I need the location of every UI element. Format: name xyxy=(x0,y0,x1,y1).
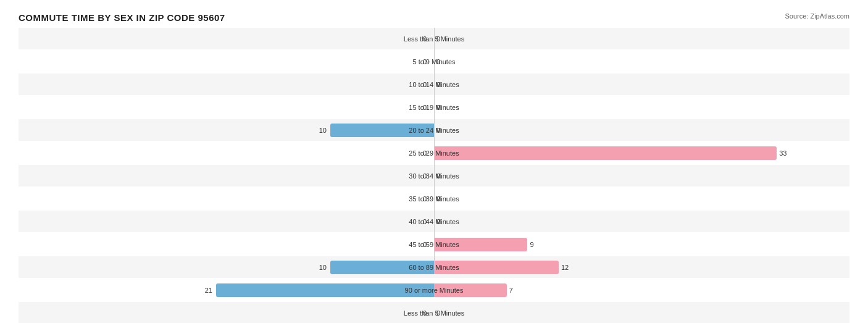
right-value: 0 xyxy=(436,81,440,88)
left-value: 0 xyxy=(423,35,427,43)
bar-female xyxy=(434,146,777,160)
left-value: 21 xyxy=(205,287,212,294)
axis-line xyxy=(434,28,435,269)
left-value: 0 xyxy=(423,81,427,88)
bar-male xyxy=(330,124,434,137)
right-value: 0 xyxy=(436,195,440,203)
bar-male xyxy=(330,261,434,274)
right-value: 0 xyxy=(436,172,440,180)
right-value: 0 xyxy=(436,127,440,134)
right-value: 7 xyxy=(509,287,513,294)
right-value: 0 xyxy=(436,309,440,317)
left-value: 0 xyxy=(423,241,427,248)
table-row: Less than 5 Minutes00 xyxy=(19,302,849,323)
table-row: 90 or more Minutes217 xyxy=(19,279,849,301)
left-value: 10 xyxy=(319,127,327,134)
left-value: 0 xyxy=(423,172,427,180)
right-value: 0 xyxy=(436,104,440,111)
bar-female xyxy=(434,283,507,297)
left-value: 0 xyxy=(423,309,427,317)
row-label: Less than 5 Minutes xyxy=(404,309,464,317)
right-value: 0 xyxy=(436,35,440,43)
bar-male xyxy=(216,283,434,297)
chart-title: COMMUTE TIME BY SEX IN ZIP CODE 95607 xyxy=(19,12,849,23)
source-label: Source: ZipAtlas.com xyxy=(785,12,849,20)
bar-female xyxy=(434,261,559,274)
left-value: 0 xyxy=(423,149,427,157)
left-value: 0 xyxy=(423,218,427,225)
right-value: 0 xyxy=(436,218,440,225)
left-value: 0 xyxy=(423,58,427,65)
left-value: 0 xyxy=(423,195,427,203)
left-value: 10 xyxy=(319,264,327,271)
chart-area: Less than 5 Minutes005 to 9 Minutes0010 … xyxy=(19,28,849,269)
right-value: 12 xyxy=(561,264,569,271)
right-value: 33 xyxy=(779,149,787,157)
right-value: 9 xyxy=(530,241,533,248)
chart-container: COMMUTE TIME BY SEX IN ZIP CODE 95607 So… xyxy=(0,0,868,323)
right-value: 0 xyxy=(436,58,440,65)
left-value: 0 xyxy=(423,104,427,111)
bar-female xyxy=(434,238,527,251)
